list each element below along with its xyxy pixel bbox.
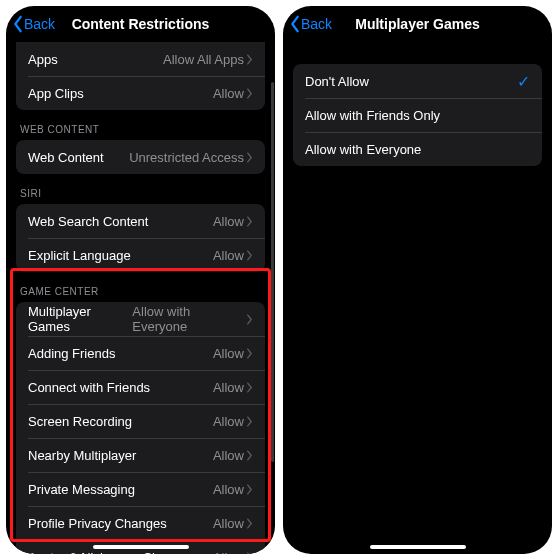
section-header-web: WEB CONTENT: [6, 110, 275, 140]
row-label: Web Content: [28, 150, 104, 165]
section-header-siri: SIRI: [6, 174, 275, 204]
row-apps[interactable]: Apps Allow All Apps: [16, 42, 265, 76]
row-label: Nearby Multiplayer: [28, 448, 136, 463]
row-label: Avatar & Nickname Changes: [28, 550, 195, 555]
row-value: Allow: [213, 380, 244, 395]
row-label: App Clips: [28, 86, 84, 101]
group-top: Apps Allow All Apps App Clips Allow: [16, 42, 265, 110]
chevron-right-icon: [246, 216, 253, 227]
chevron-right-icon: [246, 314, 253, 325]
row-value: Allow: [213, 516, 244, 531]
page-title: Content Restrictions: [72, 16, 210, 32]
option-friends-only[interactable]: Allow with Friends Only: [293, 98, 542, 132]
row-label: Adding Friends: [28, 346, 115, 361]
chevron-right-icon: [246, 54, 253, 65]
row-profile-privacy[interactable]: Profile Privacy Changes Allow: [16, 506, 265, 540]
row-nearby-multiplayer[interactable]: Nearby Multiplayer Allow: [16, 438, 265, 472]
chevron-left-icon: [12, 15, 24, 33]
row-value: Allow: [213, 448, 244, 463]
row-value: Allow: [213, 482, 244, 497]
group-siri: Web Search Content Allow Explicit Langua…: [16, 204, 265, 272]
chevron-right-icon: [246, 88, 253, 99]
row-value: Allow: [213, 86, 244, 101]
row-label: Profile Privacy Changes: [28, 516, 167, 531]
chevron-right-icon: [246, 152, 253, 163]
row-value: Allow: [213, 414, 244, 429]
option-label: Allow with Friends Only: [305, 108, 440, 123]
row-value: Allow All Apps: [163, 52, 244, 67]
row-value: Allow: [213, 550, 244, 555]
row-label: Apps: [28, 52, 58, 67]
nav-bar: Back Multiplayer Games: [283, 6, 552, 42]
chevron-right-icon: [246, 518, 253, 529]
home-indicator[interactable]: [93, 545, 189, 549]
option-label: Don't Allow: [305, 74, 369, 89]
row-web-content[interactable]: Web Content Unrestricted Access: [16, 140, 265, 174]
row-value: Allow: [213, 248, 244, 263]
option-dont-allow[interactable]: Don't Allow ✓: [293, 64, 542, 98]
row-label: Explicit Language: [28, 248, 131, 263]
row-label: Connect with Friends: [28, 380, 150, 395]
row-web-search[interactable]: Web Search Content Allow: [16, 204, 265, 238]
phone-left: Back Content Restrictions Apps Allow All…: [6, 6, 275, 554]
chevron-right-icon: [246, 552, 253, 555]
back-label: Back: [301, 16, 332, 32]
row-value: Allow with Everyone: [132, 304, 244, 334]
chevron-right-icon: [246, 450, 253, 461]
chevron-right-icon: [246, 250, 253, 261]
scrollbar[interactable]: [271, 82, 274, 462]
row-adding-friends[interactable]: Adding Friends Allow: [16, 336, 265, 370]
checkmark-icon: ✓: [517, 72, 530, 91]
row-multiplayer-games[interactable]: Multiplayer Games Allow with Everyone: [16, 302, 265, 336]
group-web: Web Content Unrestricted Access: [16, 140, 265, 174]
row-label: Screen Recording: [28, 414, 132, 429]
row-label: Web Search Content: [28, 214, 148, 229]
back-button[interactable]: Back: [12, 6, 55, 42]
back-label: Back: [24, 16, 55, 32]
group-options: Don't Allow ✓ Allow with Friends Only Al…: [293, 64, 542, 166]
chevron-right-icon: [246, 416, 253, 427]
row-value: Unrestricted Access: [129, 150, 244, 165]
row-label: Private Messaging: [28, 482, 135, 497]
chevron-right-icon: [246, 382, 253, 393]
option-everyone[interactable]: Allow with Everyone: [293, 132, 542, 166]
section-header-game-center: GAME CENTER: [6, 272, 275, 302]
nav-bar: Back Content Restrictions: [6, 6, 275, 42]
row-screen-recording[interactable]: Screen Recording Allow: [16, 404, 265, 438]
row-value: Allow: [213, 214, 244, 229]
row-private-messaging[interactable]: Private Messaging Allow: [16, 472, 265, 506]
row-connect-friends[interactable]: Connect with Friends Allow: [16, 370, 265, 404]
row-value: Allow: [213, 346, 244, 361]
row-label: Multiplayer Games: [28, 304, 132, 334]
chevron-right-icon: [246, 484, 253, 495]
chevron-left-icon: [289, 15, 301, 33]
row-app-clips[interactable]: App Clips Allow: [16, 76, 265, 110]
phone-right: Back Multiplayer Games Don't Allow ✓ All…: [283, 6, 552, 554]
row-explicit-language[interactable]: Explicit Language Allow: [16, 238, 265, 272]
back-button[interactable]: Back: [289, 6, 332, 42]
group-game-center: Multiplayer Games Allow with Everyone Ad…: [16, 302, 265, 554]
home-indicator[interactable]: [370, 545, 466, 549]
option-label: Allow with Everyone: [305, 142, 421, 157]
chevron-right-icon: [246, 348, 253, 359]
page-title: Multiplayer Games: [355, 16, 480, 32]
